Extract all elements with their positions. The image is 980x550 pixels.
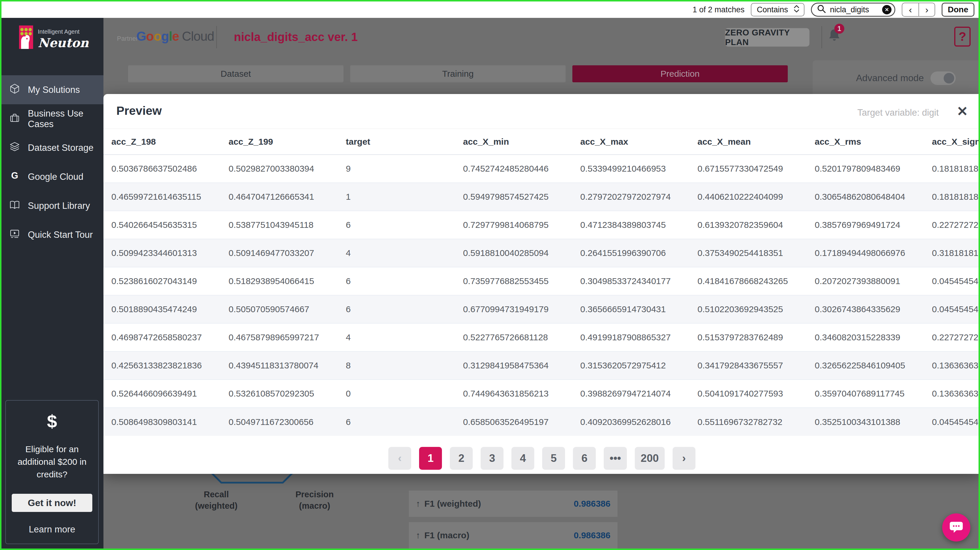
table-cell: 0.6715577330472549 [690,155,807,183]
solution-title: nicla_digits_acc ver. 1 [234,30,358,44]
sidebar-menu: My Solutions Business Use Cases Dataset … [2,75,103,249]
table-cell: 0.045454545 [924,408,978,436]
table-cell: 0.5264466096639491 [103,380,221,408]
browser-find-bar: 1 of 2 matches Contains ✕ ‹ › Done [2,2,978,18]
credits-text: Eligible for an additional $200 in credi… [12,443,92,481]
radar-label-line: (macro) [288,500,342,512]
tab-dataset[interactable]: Dataset [128,65,344,82]
header-divider [216,26,217,48]
find-mode-select[interactable]: Contains [751,3,805,16]
google-cloud-logo: GoogleCloud [136,29,214,44]
table-cell: 0.505070590574667 [221,295,338,323]
pagination-prev-button[interactable]: ‹ [388,447,411,470]
pagination-next-button[interactable]: › [673,447,695,470]
table-cell: 0.40920369952628016 [572,408,690,436]
pagination-page-6[interactable]: 6 [573,447,596,470]
help-button[interactable]: ? [954,27,970,47]
chat-widget-button[interactable] [942,514,970,542]
table-cell: 6 [338,211,455,239]
table-cell: 0.49199187908865327 [572,323,690,352]
table-cell: 0.3525100343101388 [807,408,924,436]
sidebar-item-my-solutions[interactable]: My Solutions [2,75,103,104]
table-cell: 0.39882697947214074 [572,380,690,408]
neuton-logo: Intelligent Agent Neuton [19,25,89,50]
metric-label: F1 (weighted) [424,499,481,509]
sidebar-item-business-use-cases[interactable]: Business Use Cases [2,104,103,133]
table-cell: 0.5326108570292305 [221,380,338,408]
table-row: 0.54026645456353150.538775104394511860.7… [103,211,978,239]
arrow-up-icon: ↑ [416,530,420,540]
table-cell: 4 [338,323,455,352]
pagination-page-1[interactable]: 1 [419,447,442,470]
preview-table-body: 0.50367866375024860.502982700338039490.7… [103,155,978,436]
brand-letter: g [161,29,169,43]
table-row: 0.425631338238218360.4394511831378007480… [103,352,978,380]
column-header: target [338,129,455,155]
metric-value: 0.986386 [574,499,611,509]
advanced-mode-toggle[interactable] [931,71,956,85]
table-cell: 0.41841678668243265 [690,267,807,295]
pagination-ellipsis-button[interactable]: ••• [604,447,627,470]
sidebar-item-support-library[interactable]: Support Library [2,191,103,220]
table-row: 0.50994233446013130.509146947703320740.5… [103,239,978,267]
table-cell: 0.6585063526495197 [455,408,572,436]
sidebar-item-label: Business Use Cases [28,108,103,130]
chat-bubble-icon [948,519,964,536]
google-g-icon: G [9,170,20,184]
tab-prediction[interactable]: Prediction [572,65,788,82]
table-cell: 0.181818181 [924,155,978,183]
brand-letter: o [146,29,154,43]
pagination-page-4[interactable]: 4 [511,447,534,470]
radar-axis-label-recall: Recall (weighted) [190,489,243,512]
column-header: acc_X_sign [924,129,978,155]
sidebar-item-quick-start-tour[interactable]: Quick Start Tour [2,220,103,249]
table-cell: 0.7359776882553455 [455,267,572,295]
table-cell: 0.136363636 [924,352,978,380]
sidebar-item-label: My Solutions [28,85,80,95]
table-cell: 0.5387751043945118 [221,211,338,239]
radar-label-line: Recall [190,489,243,500]
table-cell: 0.46599721614635115 [103,183,221,211]
column-header: acc_X_min [455,129,572,155]
table-cell: 0.5091469477033207 [221,239,338,267]
metric-value: 0.986386 [574,530,611,540]
table-cell: 0 [338,380,455,408]
sidebar-item-google-cloud[interactable]: G Google Cloud [2,162,103,191]
select-arrows-icon [793,4,800,16]
book-icon [9,199,20,212]
partner-label: Partner [117,35,138,43]
tab-training[interactable]: Training [350,65,566,82]
sidebar-item-label: Dataset Storage [28,143,94,153]
find-prev-button[interactable]: ‹ [902,3,918,16]
table-cell: 0.045454545 [924,267,978,295]
column-header: acc_X_max [572,129,690,155]
table-cell: 0.46758798965997217 [221,323,338,352]
table-cell: 0.5049711672300656 [221,408,338,436]
find-next-button[interactable]: › [918,3,935,16]
find-done-button[interactable]: Done [942,3,974,17]
find-search-input[interactable] [830,5,879,14]
pagination-page-200[interactable]: 200 [635,447,665,470]
table-cell: 0.27972027972027974 [572,183,690,211]
sidebar-item-dataset-storage[interactable]: Dataset Storage [2,133,103,162]
pagination-page-2[interactable]: 2 [450,447,473,470]
pagination-page-5[interactable]: 5 [542,447,565,470]
dollar-icon: $ [12,411,92,431]
radar-label-line: (weighted) [190,500,243,512]
close-icon[interactable]: ✕ [956,103,968,119]
layers-icon [9,141,20,155]
table-cell: 0.5029827003380394 [221,155,338,183]
pagination-page-3[interactable]: 3 [480,447,503,470]
get-it-now-button[interactable]: Get it now! [12,494,92,512]
pagination: ‹ 1 2 3 4 5 6 ••• 200 › [103,447,978,470]
table-row: 0.50864983098031410.504971167230065660.6… [103,408,978,436]
table-cell: 0.5099423344601313 [103,239,221,267]
plan-button[interactable]: ZERO GRAVITY PLAN [725,28,810,47]
learn-more-link[interactable]: Learn more [12,524,92,535]
table-cell: 0.5201797809483469 [807,155,924,183]
table-cell: 0.35970407689117745 [807,380,924,408]
clear-search-icon[interactable]: ✕ [882,5,891,14]
table-cell: 0.4712384389803745 [572,211,690,239]
notifications-bell[interactable]: 1 [827,27,843,46]
table-cell: 0.5182938954066415 [221,267,338,295]
